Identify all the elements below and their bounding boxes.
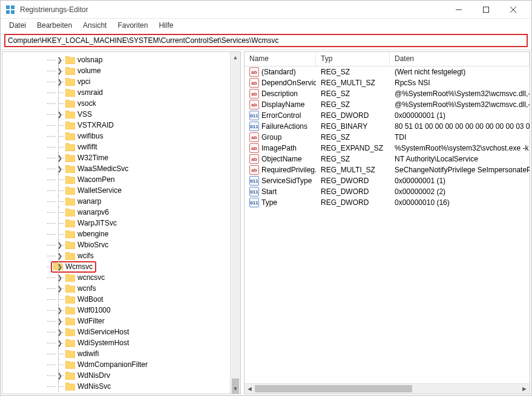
tree-item-wcifs[interactable]: ❯wcifs	[2, 250, 240, 261]
tree-item-vstxraid[interactable]: VSTXRAID	[2, 120, 240, 131]
binary-value-icon: 011	[249, 198, 259, 207]
tree-item-vwififlt[interactable]: vwififlt	[2, 141, 240, 152]
value-type: REG_BINARY	[316, 122, 390, 131]
tree-item-wcncsvc[interactable]: ❯wcncsvc	[2, 272, 240, 283]
folder-icon	[65, 241, 75, 249]
address-bar[interactable]: Computer\HKEY_LOCAL_MACHINE\SYSTEM\Curre…	[4, 34, 528, 47]
value-name: FailureActions	[261, 122, 307, 131]
tree-item-wdfilter[interactable]: ❯WdFilter	[2, 316, 240, 326]
value-name: Group	[261, 133, 281, 141]
minimize-button[interactable]	[445, 1, 472, 18]
menu-edit[interactable]: Bearbeiten	[32, 19, 77, 31]
value-data: 80 51 01 00 00 00 00 00 00 00 00 00 03 0…	[390, 122, 530, 131]
folder-icon	[65, 56, 75, 64]
folder-icon	[65, 339, 75, 347]
menu-favorites[interactable]: Favoriten	[113, 19, 153, 31]
tree-item-wdiwifi[interactable]: wdiwifi	[2, 348, 240, 359]
tree-item-wdnissvc[interactable]: WdNisSvc	[2, 381, 240, 392]
scroll-thumb[interactable]	[255, 385, 412, 392]
values-pane: Name Typ Daten ab(Standard)REG_SZ(Wert n…	[244, 51, 530, 394]
values-list[interactable]: ab(Standard)REG_SZ(Wert nicht festgelegt…	[245, 67, 530, 208]
tree-item-walletservice[interactable]: WalletService	[2, 185, 240, 196]
menu-file[interactable]: Datei	[4, 19, 31, 31]
binary-value-icon: 011	[249, 187, 259, 196]
column-data[interactable]: Daten	[390, 52, 530, 66]
tree-item-vsock[interactable]: vsock	[2, 98, 240, 109]
tree-item-wdisystemhost[interactable]: ❯WdiSystemHost	[2, 337, 240, 348]
tree-item-label: volume	[77, 67, 101, 75]
value-row[interactable]: abImagePathREG_EXPAND_SZ%SystemRoot%\sys…	[245, 143, 530, 154]
tree-item-label: WdiSystemHost	[77, 339, 129, 347]
scroll-up-icon[interactable]: ▲	[231, 52, 240, 62]
folder-icon	[65, 219, 75, 227]
value-row[interactable]: abDescriptionREG_SZ@%SystemRoot%\System3…	[245, 88, 530, 99]
tree-item-wdiservicehost[interactable]: ❯WdiServiceHost	[2, 326, 240, 337]
tree-item-label: WacomPen	[77, 175, 115, 184]
value-type: REG_DWORD	[316, 198, 390, 207]
tree-item-wanarpv6[interactable]: wanarpv6	[2, 207, 240, 218]
tree-item-vwifibus[interactable]: vwifibus	[2, 131, 240, 141]
tree-item-wdmcompanionfilter[interactable]: WdmCompanionFilter	[2, 359, 240, 370]
folder-icon	[65, 89, 75, 97]
value-type: REG_SZ	[316, 133, 390, 141]
column-name[interactable]: Name	[245, 52, 316, 66]
tree-item-label: WbioSrvc	[77, 241, 108, 249]
tree-item-wdnisdrv[interactable]: ❯WdNisDrv	[2, 370, 240, 381]
value-row[interactable]: abRequiredPrivileg...REG_MULTI_SZSeChang…	[245, 164, 530, 175]
tree-vscrollbar[interactable]: ▲ ▼	[230, 52, 240, 394]
value-row[interactable]: abGroupREG_SZTDI	[245, 132, 530, 143]
value-data: %SystemRoot%\system32\svchost.exe -k	[390, 144, 530, 152]
tree-item-label: WalletService	[77, 186, 122, 195]
value-row[interactable]: 011ErrorControlREG_DWORD0x00000001 (1)	[245, 110, 530, 121]
value-row[interactable]: abObjectNameREG_SZNT Authority\LocalServ…	[245, 154, 530, 164]
tree-item-label: Wdf01000	[77, 306, 111, 314]
tree-item-wcmsvc[interactable]: ❯Wcmsvc	[2, 261, 240, 272]
folder-icon	[65, 361, 75, 369]
tree-item-label: WdiServiceHost	[77, 328, 129, 336]
scroll-down-icon[interactable]: ▼	[231, 383, 240, 394]
value-row[interactable]: 011TypeREG_DWORD0x00000010 (16)	[245, 197, 530, 208]
value-row[interactable]: abDependOnServiceREG_MULTI_SZRpcSs NSI	[245, 77, 530, 88]
value-name: Description	[261, 89, 298, 98]
folder-icon	[65, 100, 75, 108]
value-data: @%SystemRoot%\System32\wcmsvc.dll,-	[390, 89, 530, 98]
value-data: 0x00000001 (1)	[390, 177, 530, 185]
tree-item-wcnfs[interactable]: ❯wcnfs	[2, 283, 240, 294]
tree-item-w32time[interactable]: ❯W32Time	[2, 152, 240, 163]
tree-item-wacompen[interactable]: WacomPen	[2, 174, 240, 185]
value-row[interactable]: abDisplayNameREG_SZ@%SystemRoot%\System3…	[245, 99, 530, 110]
menu-view[interactable]: Ansicht	[78, 19, 111, 31]
folder-icon	[65, 67, 75, 75]
column-type[interactable]: Typ	[316, 52, 390, 66]
tree-item-wdf01000[interactable]: ❯Wdf01000	[2, 305, 240, 316]
value-row[interactable]: 011StartREG_DWORD0x00000002 (2)	[245, 186, 530, 197]
tree-item-wdboot[interactable]: WdBoot	[2, 294, 240, 305]
tree-item-vss[interactable]: ❯VSS	[2, 109, 240, 120]
scroll-left-icon[interactable]: ◀	[245, 384, 255, 394]
tree-item-vpci[interactable]: ❯vpci	[2, 76, 240, 87]
tree-item-volsnap[interactable]: ❯volsnap	[2, 54, 240, 65]
registry-tree[interactable]: ❯volsnap❯volume❯vpcivsmraidvsock❯VSSVSTX…	[2, 52, 240, 394]
values-hscrollbar[interactable]: ◀ ▶	[245, 383, 530, 394]
tree-item-volume[interactable]: ❯volume	[2, 65, 240, 76]
tree-item-wbiosrvc[interactable]: ❯WbioSrvc	[2, 239, 240, 250]
tree-item-vsmraid[interactable]: vsmraid	[2, 87, 240, 98]
scroll-right-icon[interactable]: ▶	[519, 384, 530, 394]
tree-item-waasmedicsvc[interactable]: ❯WaaSMedicSvc	[2, 163, 240, 174]
value-type: REG_MULTI_SZ	[316, 166, 390, 174]
binary-value-icon: 011	[249, 111, 259, 120]
tree-item-label: wdiwifi	[77, 349, 99, 358]
menu-help[interactable]: Hilfe	[154, 19, 178, 31]
binary-value-icon: 011	[249, 176, 259, 186]
string-value-icon: ab	[249, 67, 259, 77]
value-row[interactable]: 011FailureActionsREG_BINARY80 51 01 00 0…	[245, 121, 530, 132]
tree-item-wbengine[interactable]: wbengine	[2, 229, 240, 239]
value-row[interactable]: 011ServiceSidTypeREG_DWORD0x00000001 (1)	[245, 175, 530, 186]
value-type: REG_DWORD	[316, 187, 390, 196]
tree-item-wanarp[interactable]: wanarp	[2, 196, 240, 207]
tree-item-warpjitsvc[interactable]: WarpJITSvc	[2, 218, 240, 229]
tree-item-label: WaaSMedicSvc	[77, 164, 128, 173]
close-button[interactable]	[499, 1, 527, 18]
value-row[interactable]: ab(Standard)REG_SZ(Wert nicht festgelegt…	[245, 67, 530, 77]
maximize-button[interactable]	[472, 1, 499, 18]
